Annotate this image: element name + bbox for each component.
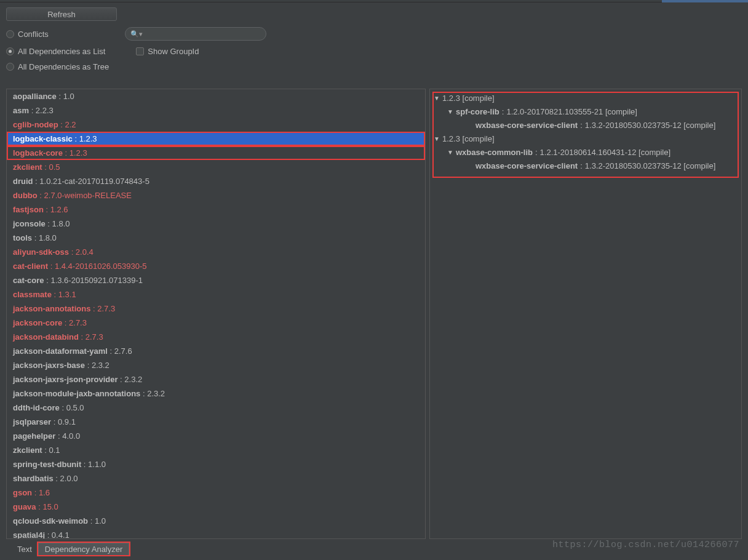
tree-sep: : xyxy=(580,120,583,131)
dependency-version: : 4.0.0 xyxy=(55,431,80,441)
dependency-list-item[interactable]: cglib-nodep : 2.2 xyxy=(7,118,425,132)
dependency-name: guava xyxy=(13,502,36,511)
tree-expand-icon[interactable]: ▼ xyxy=(434,134,440,145)
tree-expand-icon[interactable]: ▼ xyxy=(447,147,453,158)
tree-expand-icon[interactable]: ▼ xyxy=(434,93,440,104)
dependency-version: : 2.2 xyxy=(58,120,76,129)
dependency-name: jackson-databind xyxy=(13,332,79,342)
dependency-list-item[interactable]: jackson-annotations : 2.7.3 xyxy=(7,302,425,316)
dependency-list-item[interactable]: qcloud-sdk-weimob : 1.0 xyxy=(7,514,425,528)
tree-node-version: 1.3.2-20180530.023735-12 [compile] xyxy=(585,120,716,131)
dependency-version: : 1.2.6 xyxy=(44,205,68,214)
dependency-list-item[interactable]: tools : 1.8.0 xyxy=(7,231,425,245)
dependency-name: jconsole xyxy=(13,219,46,228)
tree-node-name: wxbase-core-service-client xyxy=(475,120,578,131)
dependency-version: : 1.2.3 xyxy=(63,148,87,158)
right-tab-accent xyxy=(662,0,748,2)
tree-row[interactable]: ▼1.2.3 [compile] xyxy=(430,132,741,146)
tree-node-version: 1.2.3 [compile] xyxy=(442,93,495,104)
dependency-version: : 2.0.4 xyxy=(69,247,94,257)
dependency-name: jackson-core xyxy=(13,318,62,327)
tree-expand-icon[interactable]: ▼ xyxy=(447,106,453,118)
dependency-name: classmate xyxy=(13,290,52,299)
dependency-version: : 0.9.1 xyxy=(51,417,76,426)
checkbox-show-groupid[interactable]: Show GroupId xyxy=(136,47,199,56)
dependency-list-item[interactable]: jackson-module-jaxb-annotations : 2.3.2 xyxy=(7,386,425,401)
dependency-list-panel[interactable]: aopalliance : 1.0asm : 2.2.3cglib-nodep … xyxy=(6,89,426,539)
tree-row[interactable]: wxbase-core-service-client : 1.3.2-20180… xyxy=(430,119,741,132)
dependency-list-item[interactable]: druid : 1.0.21-cat-20170119.074843-5 xyxy=(7,174,425,188)
dependency-list-item[interactable]: jackson-jaxrs-json-provider : 2.3.2 xyxy=(7,372,425,386)
dependency-list-item[interactable]: gson : 1.6 xyxy=(7,486,425,500)
dependency-name: dubbo xyxy=(13,191,38,200)
dependency-list-item[interactable]: jackson-databind : 2.7.3 xyxy=(7,330,425,344)
dependency-list-item[interactable]: logback-classic : 1.2.3 xyxy=(7,132,425,146)
search-input[interactable]: 🔍▾ xyxy=(125,27,266,41)
dependency-version: : 2.0.0 xyxy=(54,474,78,483)
radio-conflicts[interactable]: Conflicts xyxy=(6,30,49,39)
tree-node-name: wxbase-core-service-client xyxy=(475,161,578,172)
dependency-list-item[interactable]: zkclient : 0.5 xyxy=(7,160,425,174)
refresh-button[interactable]: Refresh xyxy=(6,7,117,21)
dependency-list-item[interactable]: classmate : 1.3.1 xyxy=(7,287,425,302)
bottom-tabs: Text Dependency Analyzer xyxy=(11,543,129,555)
tree-node-name: wxbase-common-lib xyxy=(456,147,533,158)
tree-row[interactable]: ▼wxbase-common-lib : 1.2.1-20180614.1604… xyxy=(430,146,741,159)
dependency-list-item[interactable]: cat-core : 1.3.6-20150921.071339-1 xyxy=(7,273,425,287)
dependency-list-item[interactable]: aopalliance : 1.0 xyxy=(7,89,425,103)
panels: aopalliance : 1.0asm : 2.2.3cglib-nodep … xyxy=(6,89,742,539)
dependency-version: : 1.3.1 xyxy=(52,290,76,299)
dependency-list-item[interactable]: jackson-jaxrs-base : 2.3.2 xyxy=(7,358,425,372)
dependency-list-item[interactable]: jackson-core : 2.7.3 xyxy=(7,316,425,330)
dependency-name: cat-core xyxy=(13,276,44,285)
dependency-name: ddth-id-core xyxy=(13,403,60,412)
tab-text[interactable]: Text xyxy=(11,543,38,555)
radio-dot-icon xyxy=(6,47,14,55)
dependency-name: zkclient xyxy=(13,446,42,455)
dependency-list-item[interactable]: jackson-dataformat-yaml : 2.7.6 xyxy=(7,344,425,358)
dependency-list-item[interactable]: jconsole : 1.8.0 xyxy=(7,217,425,231)
dependency-name: jackson-jaxrs-base xyxy=(13,361,85,370)
tree-row[interactable]: ▼1.2.3 [compile] xyxy=(430,92,741,105)
search-field[interactable] xyxy=(145,30,261,38)
tree-sep: : xyxy=(535,147,538,158)
tree-row[interactable]: ▼spf-core-lib : 1.2.0-20170821.103555-21… xyxy=(430,105,741,119)
tab-dependency-analyzer[interactable]: Dependency Analyzer xyxy=(38,543,129,555)
dependency-list-item[interactable]: pagehelper : 4.0.0 xyxy=(7,429,425,443)
tree-row[interactable]: wxbase-core-service-client : 1.3.2-20180… xyxy=(430,159,741,173)
dependency-list-item[interactable]: spatial4j : 0.4.1 xyxy=(7,528,425,539)
dependency-name: jackson-annotations xyxy=(13,304,90,313)
dependency-list-item[interactable]: zkclient : 0.1 xyxy=(7,443,425,457)
tree-node-version: 1.2.1-20180614.160431-12 [compile] xyxy=(540,147,671,158)
dependency-list-item[interactable]: cat-client : 1.4.4-20161026.053930-5 xyxy=(7,259,425,273)
dependency-name: jsqlparser xyxy=(13,417,51,426)
dependency-version: : 2.3.2 xyxy=(140,389,165,398)
radio-all-tree[interactable]: All Dependencies as Tree xyxy=(6,62,109,71)
dependency-version: : 1.1.0 xyxy=(81,460,106,469)
dependency-list-item[interactable]: logback-core : 1.2.3 xyxy=(7,146,425,160)
radio-all-list[interactable]: All Dependencies as List xyxy=(6,47,105,56)
dependency-list-item[interactable]: fastjson : 1.2.6 xyxy=(7,202,425,217)
dependency-version: : 1.0 xyxy=(57,92,74,101)
refresh-label: Refresh xyxy=(47,10,76,19)
dependency-list-item[interactable]: guava : 15.0 xyxy=(7,500,425,514)
dependency-list-item[interactable]: asm : 2.2.3 xyxy=(7,103,425,118)
tab-analyzer-label: Dependency Analyzer xyxy=(45,545,122,554)
dependency-list-item[interactable]: ddth-id-core : 0.5.0 xyxy=(7,401,425,415)
dependency-version: : 0.5.0 xyxy=(60,403,84,412)
radio-conflicts-label: Conflicts xyxy=(18,30,49,39)
dependency-list-item[interactable]: jsqlparser : 0.9.1 xyxy=(7,415,425,429)
dependency-version: : 1.8.0 xyxy=(32,233,57,242)
dependency-version: : 1.0.21-cat-20170119.074843-5 xyxy=(33,177,149,186)
dependency-tree-panel[interactable]: ▼1.2.3 [compile]▼spf-core-lib : 1.2.0-20… xyxy=(429,89,742,539)
dependency-list-item[interactable]: dubbo : 2.7.0-weimob-RELEASE xyxy=(7,188,425,202)
dependency-version: : 1.0 xyxy=(88,516,106,526)
dependency-name: spatial4j xyxy=(13,530,45,539)
dependency-list-item[interactable]: shardbatis : 2.0.0 xyxy=(7,471,425,486)
dependency-name: shardbatis xyxy=(13,474,54,483)
dependency-list-item[interactable]: spring-test-dbunit : 1.1.0 xyxy=(7,457,425,471)
dependency-version: : 1.4.4-20161026.053930-5 xyxy=(48,262,146,271)
dependency-name: pagehelper xyxy=(13,431,55,441)
dependency-version: : 2.3.2 xyxy=(118,375,143,384)
dependency-list-item[interactable]: aliyun-sdk-oss : 2.0.4 xyxy=(7,245,425,259)
